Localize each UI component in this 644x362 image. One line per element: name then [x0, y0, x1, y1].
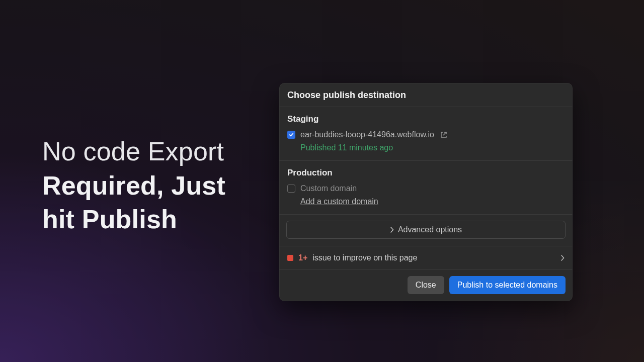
- production-checkbox[interactable]: [287, 185, 295, 193]
- issue-count: 1+: [298, 253, 307, 262]
- close-button[interactable]: Close: [408, 276, 444, 294]
- marketing-headline: No code Export Required, Just hit Publis…: [42, 135, 264, 237]
- advanced-options-button[interactable]: Advanced options: [286, 221, 566, 239]
- staging-domain-label: ear-buddies-looop-41496a.webflow.io: [300, 130, 434, 139]
- chevron-right-icon: [560, 255, 565, 261]
- advanced-options-wrap: Advanced options: [279, 215, 573, 246]
- dialog-footer: Close Publish to selected domains: [279, 270, 573, 301]
- external-link-icon[interactable]: [440, 131, 447, 138]
- staging-status: Published 11 minutes ago: [300, 143, 565, 152]
- issue-text: issue to improve on this page: [312, 253, 555, 262]
- publish-dialog: Choose publish destination Staging ear-b…: [279, 83, 573, 301]
- check-icon: [289, 132, 294, 137]
- staging-section: Staging ear-buddies-looop-41496a.webflow…: [279, 107, 573, 161]
- staging-heading: Staging: [287, 114, 565, 124]
- dialog-header: Choose publish destination: [279, 83, 573, 107]
- chevron-right-icon: [390, 227, 394, 233]
- publish-button[interactable]: Publish to selected domains: [449, 276, 566, 294]
- issue-badge-icon: [287, 255, 293, 261]
- dialog-title: Choose publish destination: [287, 90, 565, 101]
- headline-line-1: No code Export: [42, 137, 224, 166]
- staging-checkbox[interactable]: [287, 131, 295, 139]
- issues-row[interactable]: 1+ issue to improve on this page: [279, 246, 573, 270]
- headline-line-3: hit Publish: [42, 205, 177, 234]
- production-section: Production Custom domain Add a custom do…: [279, 161, 573, 215]
- advanced-options-label: Advanced options: [398, 225, 462, 234]
- custom-domain-label: Custom domain: [300, 184, 357, 193]
- add-custom-domain-link[interactable]: Add a custom domain: [300, 197, 378, 206]
- production-heading: Production: [287, 168, 565, 178]
- headline-line-2: Required, Just: [42, 171, 225, 200]
- staging-domain-row[interactable]: ear-buddies-looop-41496a.webflow.io: [287, 130, 565, 139]
- production-domain-row[interactable]: Custom domain: [287, 184, 565, 193]
